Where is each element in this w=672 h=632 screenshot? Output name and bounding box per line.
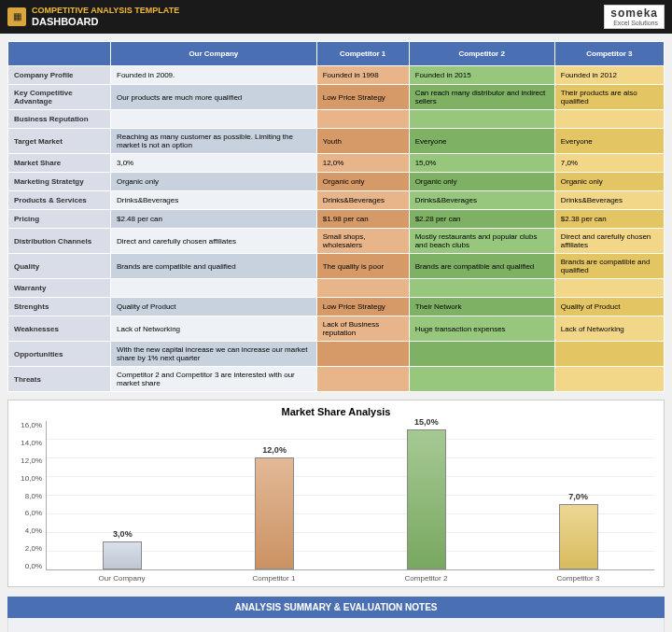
y-tick: 2,0% (18, 544, 42, 553)
column-header (8, 42, 111, 66)
cell: Organic only (316, 173, 409, 191)
x-axis-labels: Our CompanyCompetitor 1Competitor 2Compe… (46, 574, 654, 583)
brand-name: someka (610, 7, 658, 20)
cell: Direct and carefully chosen affiliates (554, 229, 664, 254)
row-label: Target Market (8, 129, 111, 154)
table-row: Distribution ChannelsDirect and carefull… (8, 229, 665, 254)
cell: Huge transaction expenses (409, 316, 554, 342)
cell: Low Price Strategy (316, 85, 409, 110)
chart-container: Market Share Analysis 16,0%14,0%12,0%10,… (7, 400, 665, 587)
cell: 12,0% (316, 154, 409, 173)
cell: Founded in 1998 (316, 66, 409, 85)
table-row: Warranty (8, 279, 665, 298)
cell (554, 367, 664, 392)
comparison-table: Our CompanyCompetitor 1Competitor 2Compe… (7, 41, 665, 392)
cell: Everyone (554, 129, 664, 154)
row-label: Marketing Stratetgy (8, 173, 111, 191)
cell (554, 110, 664, 129)
cell: Brands are compatible and qualified (554, 254, 664, 279)
cell: Quality of Product (111, 298, 317, 316)
cell: Quality of Product (554, 298, 664, 316)
bar-value-label: 7,0% (568, 492, 588, 501)
y-tick: 0,0% (18, 562, 42, 570)
table-row: Target MarketReaching as many customer a… (8, 129, 665, 154)
header-bar: ▦ COMPETITIVE ANALYSIS TEMPLATE DASHBOAR… (0, 0, 672, 34)
cell: $2.38 per can (554, 210, 664, 229)
table-row: Products & ServicesDrinks&BeveragesDrink… (8, 191, 665, 210)
cell: Lack of Networking (554, 316, 664, 342)
row-label: Company Profile (8, 66, 111, 85)
y-tick: 10,0% (18, 474, 42, 483)
bar-column: 12,0% (208, 457, 342, 569)
dashboard-icon: ▦ (7, 7, 26, 26)
cell (111, 279, 317, 298)
cell (554, 342, 664, 367)
summary-body (7, 618, 665, 632)
cell: Brands are compatible and qualified (111, 254, 317, 279)
header-titles: COMPETITIVE ANALYSIS TEMPLATE DASHBOARD (32, 7, 179, 27)
row-label: Threats (8, 367, 111, 392)
y-tick: 16,0% (18, 421, 42, 429)
cell: Founded in 2015 (409, 66, 554, 85)
bar-column: 15,0% (359, 429, 493, 569)
x-tick: Competitor 1 (207, 574, 341, 583)
cell: 15,0% (409, 154, 554, 173)
row-label: Quality (8, 254, 111, 279)
chart-title: Market Share Analysis (18, 406, 654, 417)
x-tick: Our Company (55, 574, 189, 583)
column-header: Our Company (111, 42, 317, 66)
y-axis: 16,0%14,0%12,0%10,0%8,0%6,0%4,0%2,0%0,0% (18, 421, 46, 570)
header-left: ▦ COMPETITIVE ANALYSIS TEMPLATE DASHBOAR… (7, 7, 179, 27)
cell (316, 279, 409, 298)
row-label: Key Competitive Advantage (8, 85, 111, 110)
supertitle: COMPETITIVE ANALYSIS TEMPLATE (32, 7, 179, 16)
page-title: DASHBOARD (32, 16, 179, 27)
cell: Competitor 2 and Competitor 3 are intere… (111, 367, 317, 392)
column-header: Competitor 1 (316, 42, 409, 66)
cell: $2.48 per can (111, 210, 317, 229)
cell: Low Price Strategy (316, 298, 409, 316)
cell: Drinks&Beverages (111, 191, 317, 210)
brand-logo: someka Excel Solutions (604, 5, 665, 30)
table-row: WeaknessesLack of NetworkingLack of Busi… (8, 316, 665, 342)
cell: Reaching as many customer as possible. L… (111, 129, 317, 154)
cell: Drinks&Beverages (316, 191, 409, 210)
table-row: Market Share3,0%12,0%15,0%7,0% (8, 154, 665, 173)
cell: The quality is poor (316, 254, 409, 279)
row-label: Weaknesses (8, 316, 111, 342)
cell: Their products are also qualified (554, 85, 664, 110)
table-row: ThreatsCompetitor 2 and Competitor 3 are… (8, 367, 665, 392)
row-label: Business Reputation (8, 110, 111, 129)
cell: Brands are compatible and qualified (409, 254, 554, 279)
cell (409, 367, 554, 392)
cell: Direct and carefully chosen affiliates (111, 229, 317, 254)
summary-title: ANALYSIS SUMMARY & EVALUATION NOTES (7, 597, 665, 618)
cell: $2.28 per can (409, 210, 554, 229)
row-label: Opportunities (8, 342, 111, 367)
brand-sub: Excel Solutions (610, 20, 658, 27)
bar-value-label: 12,0% (262, 445, 287, 455)
y-tick: 12,0% (18, 456, 42, 465)
bar: 12,0% (255, 457, 294, 569)
table-row: Business Reputation (8, 110, 665, 129)
column-header: Competitor 3 (554, 42, 664, 66)
row-label: Warranty (8, 279, 111, 298)
y-tick: 6,0% (18, 509, 42, 517)
row-label: Products & Services (8, 191, 111, 210)
cell: Organic only (554, 173, 664, 191)
plot: 3,0%12,0%15,0%7,0% (46, 421, 654, 570)
x-tick: Competitor 2 (359, 574, 493, 583)
bar-value-label: 3,0% (113, 529, 133, 539)
row-label: Distribution Channels (8, 229, 111, 254)
bar-value-label: 15,0% (414, 417, 439, 427)
cell: Our products are much more qualified (111, 85, 317, 110)
cell: Organic only (409, 173, 554, 191)
plot-wrap: 3,0%12,0%15,0%7,0% Our CompanyCompetitor… (46, 421, 654, 583)
cell (554, 279, 664, 298)
row-label: Pricing (8, 210, 111, 229)
cell (111, 110, 317, 129)
cell: Lack of Business reputation (316, 316, 409, 342)
cell: Can reach many distributor and indirect … (409, 85, 554, 110)
cell (316, 342, 409, 367)
y-tick: 8,0% (18, 492, 42, 500)
